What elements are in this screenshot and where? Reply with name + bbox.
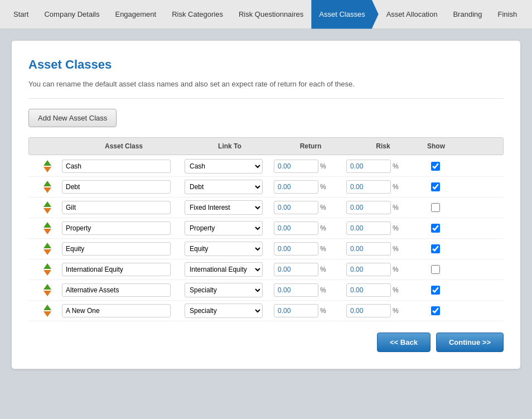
- continue-button[interactable]: Continue >>: [436, 333, 504, 352]
- move-up-icon[interactable]: [43, 243, 51, 248]
- show-checkbox[interactable]: [431, 162, 440, 171]
- return-input[interactable]: [274, 201, 318, 214]
- asset-class-name-input[interactable]: [62, 180, 171, 194]
- return-percent-label: %: [320, 224, 326, 232]
- risk-percent-label: %: [393, 307, 399, 315]
- asset-class-name-input[interactable]: [62, 263, 171, 276]
- risk-input[interactable]: [346, 160, 391, 173]
- asset-class-name-input[interactable]: [62, 201, 171, 214]
- link-to-select[interactable]: CashDebtFixed InterestPropertyEquityInte…: [185, 304, 263, 318]
- top-navigation: StartCompany DetailsEngagementRisk Categ…: [0, 0, 532, 29]
- move-up-icon[interactable]: [43, 181, 51, 186]
- move-up-icon[interactable]: [43, 222, 51, 228]
- show-checkbox[interactable]: [431, 244, 440, 253]
- return-input[interactable]: [274, 160, 318, 173]
- move-down-icon[interactable]: [43, 291, 51, 296]
- risk-percent-label: %: [393, 266, 399, 273]
- risk-input[interactable]: [346, 283, 391, 297]
- link-to-select[interactable]: CashDebtFixed InterestPropertyEquityInte…: [185, 159, 263, 174]
- link-to-cell: CashDebtFixed InterestPropertyEquityInte…: [185, 159, 274, 174]
- return-cell: %: [274, 160, 346, 173]
- show-checkbox[interactable]: [431, 182, 440, 191]
- row-arrows: [28, 160, 62, 172]
- return-input[interactable]: [274, 283, 318, 297]
- show-cell: [419, 224, 452, 233]
- move-down-icon[interactable]: [43, 187, 51, 193]
- link-to-select[interactable]: CashDebtFixed InterestPropertyEquityInte…: [185, 262, 263, 277]
- table-row: CashDebtFixed InterestPropertyEquityInte…: [28, 218, 504, 239]
- nav-item-asset-classes[interactable]: Asset Classes: [311, 0, 378, 29]
- link-to-select[interactable]: CashDebtFixed InterestPropertyEquityInte…: [185, 242, 263, 256]
- nav-item-company-details[interactable]: Company Details: [36, 0, 107, 29]
- return-cell: %: [274, 283, 346, 297]
- asset-class-name-input[interactable]: [62, 283, 171, 297]
- move-up-icon[interactable]: [43, 263, 51, 269]
- link-to-select[interactable]: CashDebtFixed InterestPropertyEquityInte…: [185, 180, 263, 194]
- link-to-select[interactable]: CashDebtFixed InterestPropertyEquityInte…: [185, 283, 263, 297]
- move-up-icon[interactable]: [43, 160, 51, 166]
- asset-class-name-input[interactable]: [62, 160, 171, 173]
- row-arrows: [28, 243, 62, 255]
- risk-input[interactable]: [346, 263, 391, 276]
- nav-item-branding[interactable]: Branding: [445, 0, 490, 29]
- show-checkbox[interactable]: [431, 203, 440, 212]
- move-down-icon[interactable]: [43, 249, 51, 255]
- asset-class-name-input[interactable]: [62, 304, 171, 317]
- return-percent-label: %: [320, 245, 326, 253]
- risk-input[interactable]: [346, 201, 391, 214]
- risk-percent-label: %: [393, 245, 399, 253]
- move-down-icon[interactable]: [43, 167, 51, 172]
- nav-item-finish[interactable]: Finish: [490, 0, 525, 29]
- return-input[interactable]: [274, 242, 318, 256]
- return-percent-label: %: [320, 204, 326, 211]
- risk-input[interactable]: [346, 180, 391, 194]
- move-down-icon[interactable]: [43, 229, 51, 234]
- return-input[interactable]: [274, 180, 318, 194]
- col-return: Return: [274, 141, 347, 151]
- link-to-cell: CashDebtFixed InterestPropertyEquityInte…: [185, 200, 274, 215]
- asset-class-name-input[interactable]: [62, 221, 171, 235]
- move-down-icon[interactable]: [43, 270, 51, 276]
- show-cell: [419, 306, 452, 315]
- return-percent-label: %: [320, 286, 326, 294]
- show-checkbox[interactable]: [431, 265, 440, 274]
- link-to-cell: CashDebtFixed InterestPropertyEquityInte…: [185, 180, 274, 194]
- move-down-icon[interactable]: [43, 208, 51, 214]
- return-cell: %: [274, 221, 346, 235]
- risk-input[interactable]: [346, 242, 391, 256]
- asset-class-name-input[interactable]: [62, 242, 171, 256]
- back-button[interactable]: << Back: [377, 333, 431, 352]
- return-input[interactable]: [274, 221, 318, 235]
- nav-item-asset-allocation[interactable]: Asset Allocation: [379, 0, 446, 29]
- show-checkbox[interactable]: [431, 306, 440, 315]
- link-to-cell: CashDebtFixed InterestPropertyEquityInte…: [185, 242, 274, 256]
- link-to-select[interactable]: CashDebtFixed InterestPropertyEquityInte…: [185, 221, 263, 235]
- nav-item-risk-categories[interactable]: Risk Categories: [164, 0, 231, 29]
- show-checkbox[interactable]: [431, 286, 440, 295]
- return-input[interactable]: [274, 304, 318, 317]
- move-up-icon[interactable]: [43, 284, 51, 290]
- asset-class-table-body: CashDebtFixed InterestPropertyEquityInte…: [28, 156, 504, 321]
- show-cell: [419, 182, 452, 191]
- return-percent-label: %: [320, 307, 326, 315]
- add-new-asset-class-button[interactable]: Add New Asset Class: [28, 109, 117, 127]
- nav-item-engagement[interactable]: Engagement: [107, 0, 164, 29]
- link-to-select[interactable]: CashDebtFixed InterestPropertyEquityInte…: [185, 200, 263, 215]
- return-cell: %: [274, 180, 346, 194]
- move-up-icon[interactable]: [43, 201, 51, 207]
- move-down-icon[interactable]: [43, 311, 51, 317]
- show-checkbox[interactable]: [431, 224, 440, 233]
- show-cell: [419, 286, 452, 295]
- move-up-icon[interactable]: [43, 305, 51, 310]
- table-row: CashDebtFixed InterestPropertyEquityInte…: [28, 259, 504, 280]
- nav-item-risk-questionnaires[interactable]: Risk Questionnaires: [231, 0, 311, 29]
- risk-input[interactable]: [346, 304, 391, 317]
- return-input[interactable]: [274, 263, 318, 276]
- show-cell: [419, 244, 452, 253]
- nav-item-start[interactable]: Start: [6, 0, 36, 29]
- risk-cell: %: [346, 221, 419, 235]
- bottom-bar: << Back Continue >>: [28, 333, 504, 352]
- return-cell: %: [274, 304, 346, 317]
- risk-input[interactable]: [346, 221, 391, 235]
- asset-class-name-cell: [62, 160, 185, 173]
